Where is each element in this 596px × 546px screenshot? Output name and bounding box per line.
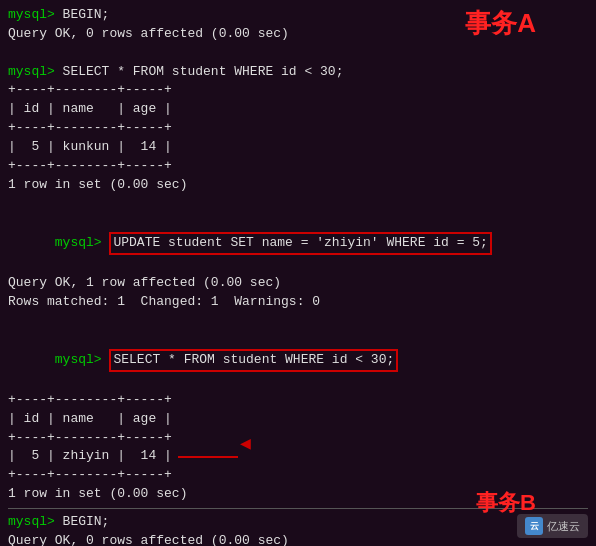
transaction-a-label: 事务A bbox=[465, 6, 536, 41]
result: Query OK, 0 rows affected (0.00 sec) bbox=[8, 26, 289, 41]
cmd: SELECT * FROM student WHERE id < 30; bbox=[63, 64, 344, 79]
table-row-1: | 5 | kunkun | 14 | bbox=[8, 138, 588, 157]
table-row-zhiyin: | 5 | zhiyin | 14 | ◀ bbox=[8, 447, 588, 466]
table-border-2: +----+--------+-----+ bbox=[8, 119, 588, 138]
line-3: mysql> SELECT * FROM student WHERE id < … bbox=[8, 63, 588, 82]
cmd: BEGIN; bbox=[63, 7, 110, 22]
zhiyin-data: | 5 | zhiyin | 14 | bbox=[8, 447, 172, 466]
blank-1 bbox=[8, 44, 588, 63]
prompt: mysql> bbox=[8, 7, 63, 22]
line-5: Query OK, 1 row affected (0.00 sec) bbox=[8, 274, 588, 293]
line-select2: mysql> SELECT * FROM student WHERE id < … bbox=[8, 330, 588, 391]
watermark: 云 亿速云 bbox=[517, 514, 588, 538]
update-cmd-box: UPDATE student SET name = 'zhiyin' WHERE… bbox=[109, 232, 491, 255]
select-cmd-box: SELECT * FROM student WHERE id < 30; bbox=[109, 349, 398, 372]
line-update: mysql> UPDATE student SET name = 'zhiyin… bbox=[8, 213, 588, 274]
table-header-2: | id | name | age | bbox=[8, 410, 588, 429]
prompt-update: mysql> bbox=[55, 235, 110, 250]
arrow-line bbox=[178, 456, 238, 458]
table-border-3: +----+--------+-----+ bbox=[8, 157, 588, 176]
line-b2: Query OK, 0 rows affected (0.00 sec) bbox=[8, 532, 588, 546]
blank-2 bbox=[8, 194, 588, 213]
prompt-select2: mysql> bbox=[55, 352, 110, 367]
prompt-b1: mysql> bbox=[8, 514, 63, 529]
prompt: mysql> bbox=[8, 64, 63, 79]
blank-3 bbox=[8, 312, 588, 331]
table-border-4: +----+--------+-----+ bbox=[8, 391, 588, 410]
line-4: 1 row in set (0.00 sec) bbox=[8, 176, 588, 195]
cmd-b1: BEGIN; bbox=[63, 514, 110, 529]
watermark-icon: 云 bbox=[525, 517, 543, 535]
table-border-1: +----+--------+-----+ bbox=[8, 81, 588, 100]
terminal: 事务A mysql> BEGIN; Query OK, 0 rows affec… bbox=[0, 0, 596, 546]
section-a: mysql> BEGIN; Query OK, 0 rows affected … bbox=[8, 6, 588, 504]
watermark-text: 亿速云 bbox=[547, 519, 580, 534]
table-header: | id | name | age | bbox=[8, 100, 588, 119]
line-6: Rows matched: 1 Changed: 1 Warnings: 0 bbox=[8, 293, 588, 312]
red-arrow: ◀ bbox=[178, 431, 305, 483]
